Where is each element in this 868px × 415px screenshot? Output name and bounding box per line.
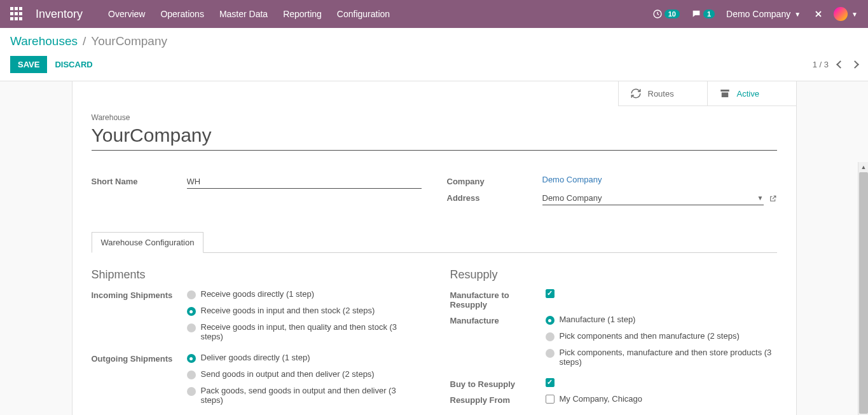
resupply-from-option[interactable]: My Company, Chicago: [546, 394, 777, 404]
radio-icon: [546, 332, 555, 341]
activity-badge: 10: [665, 10, 680, 18]
mfg-resupply-label: Manufacture to Resupply: [450, 289, 546, 310]
radio-icon: [187, 371, 196, 379]
svg-rect-1: [720, 90, 729, 92]
incoming-shipments-label: Incoming Shipments: [92, 289, 187, 348]
app-brand[interactable]: Inventory: [36, 8, 83, 21]
breadcrumb: Warehouses / YourCompany: [0, 28, 868, 52]
resupply-from-label: Resupply From: [450, 394, 546, 409]
mfg-resupply-checkbox[interactable]: [546, 289, 555, 298]
radio-icon: [546, 316, 555, 325]
warehouse-name-label: Warehouse: [92, 113, 777, 122]
shipments-section: Shipments Incoming Shipments Receive goo…: [92, 268, 418, 415]
radio-icon: [546, 349, 555, 358]
incoming-option-3[interactable]: Receive goods in input, then quality and…: [187, 322, 418, 341]
chat-icon[interactable]: 1: [691, 9, 715, 19]
shipments-title: Shipments: [92, 268, 418, 282]
outgoing-option-3[interactable]: Pack goods, send goods in output and the…: [187, 386, 418, 405]
address-label: Address: [447, 191, 542, 205]
save-button[interactable]: SAVE: [10, 56, 47, 73]
archive-icon: [719, 88, 731, 99]
svg-rect-2: [721, 93, 728, 98]
buy-resupply-checkbox[interactable]: [546, 378, 555, 387]
buy-resupply-label: Buy to Resupply: [450, 378, 546, 389]
control-panel: Warehouses / YourCompany SAVE DISCARD 1 …: [0, 28, 868, 81]
tab-warehouse-config[interactable]: Warehouse Configuration: [92, 232, 204, 253]
outgoing-shipments-label: Outgoing Shipments: [92, 353, 187, 411]
warehouse-name-input[interactable]: [92, 123, 777, 151]
avatar: [834, 7, 848, 21]
menu-overview[interactable]: Overview: [108, 9, 145, 19]
breadcrumb-sep: /: [83, 34, 86, 48]
short-name-label: Short Name: [92, 175, 187, 189]
outgoing-option-1[interactable]: Deliver goods directly (1 step): [187, 353, 418, 363]
apps-icon[interactable]: [10, 7, 24, 21]
breadcrumb-current: YourCompany: [91, 34, 167, 48]
tabs: Warehouse Configuration: [92, 232, 777, 253]
radio-icon: [187, 387, 196, 396]
button-box: Routes Active: [72, 81, 796, 107]
chevron-down-icon: ▼: [851, 11, 858, 18]
menu-operations[interactable]: Operations: [160, 9, 203, 19]
active-label: Active: [737, 89, 759, 99]
radio-icon: [187, 354, 196, 363]
company-label: Demo Company: [726, 9, 790, 19]
activity-icon[interactable]: 10: [652, 9, 680, 19]
routes-button[interactable]: Routes: [618, 81, 707, 106]
chevron-down-icon[interactable]: ▼: [757, 194, 764, 201]
menu-master-data[interactable]: Master Data: [219, 9, 268, 19]
chat-badge: 1: [703, 10, 715, 18]
resupply-section: Resupply Manufacture to Resupply Manufac…: [450, 268, 777, 415]
radio-icon: [187, 307, 196, 316]
manufacture-option-2[interactable]: Pick components and then manufacture (2 …: [546, 331, 777, 341]
pager-text: 1 / 3: [813, 60, 829, 69]
menu-reporting[interactable]: Reporting: [283, 9, 322, 19]
top-navbar: Inventory Overview Operations Master Dat…: [0, 0, 868, 28]
scrollbar[interactable]: ▲ ▼: [858, 162, 868, 415]
pager-prev[interactable]: [836, 60, 844, 69]
company-label: Company: [447, 175, 542, 186]
routes-label: Routes: [648, 89, 674, 99]
form-sheet: Routes Active Warehouse Short Name: [72, 81, 797, 415]
external-link-icon[interactable]: [769, 194, 777, 203]
checkbox-icon: [546, 395, 555, 404]
user-menu[interactable]: ▼: [834, 7, 858, 21]
incoming-option-1[interactable]: Receive goods directly (1 step): [187, 289, 418, 299]
radio-icon: [187, 290, 196, 299]
refresh-icon: [630, 88, 642, 99]
incoming-option-2[interactable]: Receive goods in input and then stock (2…: [187, 306, 418, 316]
address-select[interactable]: Demo Company: [542, 191, 752, 205]
manufacture-option-3[interactable]: Pick components, manufacture and then st…: [546, 348, 777, 367]
scroll-up-icon[interactable]: ▲: [858, 162, 868, 172]
menu-configuration[interactable]: Configuration: [337, 9, 390, 19]
debug-icon[interactable]: [812, 9, 822, 19]
company-value[interactable]: Demo Company: [542, 175, 602, 184]
radio-icon: [187, 323, 196, 332]
chevron-down-icon: ▼: [794, 11, 801, 18]
pager-next[interactable]: [851, 60, 859, 69]
outgoing-option-2[interactable]: Send goods in output and then deliver (2…: [187, 369, 418, 379]
manufacture-option-1[interactable]: Manufacture (1 step): [546, 315, 777, 325]
resupply-title: Resupply: [450, 268, 777, 282]
main-menu: Overview Operations Master Data Reportin…: [108, 9, 390, 19]
scroll-thumb[interactable]: [859, 172, 868, 414]
company-selector[interactable]: Demo Company ▼: [726, 9, 801, 19]
pager: 1 / 3: [813, 60, 858, 69]
breadcrumb-parent[interactable]: Warehouses: [10, 34, 78, 48]
active-button[interactable]: Active: [707, 81, 796, 106]
manufacture-label: Manufacture: [450, 315, 546, 373]
discard-button[interactable]: DISCARD: [47, 56, 100, 73]
short-name-input[interactable]: [187, 175, 422, 189]
